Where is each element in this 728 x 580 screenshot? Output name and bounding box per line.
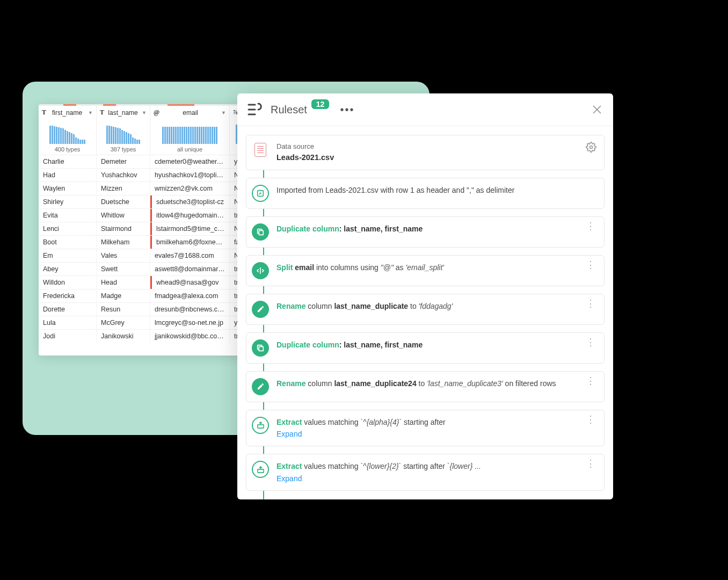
chevron-down-icon[interactable]: ▼: [142, 110, 147, 115]
cell-last-name: Milkeham: [97, 236, 150, 249]
chevron-down-icon[interactable]: ▼: [88, 110, 93, 115]
cell-first-name: Jodi: [39, 330, 97, 343]
cell-last-name: Whitlow: [97, 209, 150, 222]
cell-last-name: Mizzen: [97, 182, 150, 195]
rule-step-split[interactable]: Split email into columns using "@" as 'e…: [246, 255, 605, 286]
rule-step-extract[interactable]: Extract values matching `^{lower}{2}` st…: [246, 454, 605, 491]
column-warning-indicator: [168, 104, 194, 106]
cell-email: aswett8@domainmark.c: [150, 263, 230, 276]
cell-email: bmilkeham6@foxnews_c: [150, 236, 230, 249]
column-name: first_name: [48, 109, 86, 117]
svg-rect-10: [257, 425, 263, 428]
type-icon: T: [42, 108, 46, 117]
cell-email: lmcgreyc@so-net.ne.jp: [150, 316, 230, 329]
histogram-label: 400 types: [42, 146, 93, 153]
kebab-menu-icon[interactable]: ⋮: [585, 262, 596, 268]
histogram-last_name: 387 types: [97, 119, 150, 155]
cell-email: cdemeter0@weather.com: [150, 155, 230, 168]
kebab-menu-icon[interactable]: ⋮: [585, 461, 596, 467]
rule-step-copy[interactable]: Duplicate column: last_name, first_name⋮: [246, 216, 605, 248]
histogram-label: all unique: [154, 146, 226, 153]
svg-rect-11: [257, 469, 263, 473]
svg-rect-7: [259, 230, 263, 235]
timeline-line: [263, 161, 264, 499]
cell-email: fmadgea@alexa.com: [150, 289, 230, 302]
cell-first-name: Em: [39, 249, 97, 262]
cell-last-name: Duetsche: [97, 195, 150, 208]
edit-icon: [252, 378, 269, 395]
rule-description: Split email into columns using "@" as 'e…: [276, 262, 577, 273]
histogram-label: 387 types: [100, 146, 147, 153]
extract-icon: [252, 417, 269, 434]
cell-first-name: Charlie: [39, 155, 97, 168]
kebab-menu-icon[interactable]: ⋮: [585, 301, 596, 307]
rule-description: Rename column last_name_duplicate24 to '…: [276, 378, 577, 389]
column-header-email[interactable]: @email▼: [150, 104, 230, 119]
rule-description: Imported from Leads-2021.csv with row 1 …: [276, 185, 596, 195]
cell-first-name: Had: [39, 169, 97, 182]
rule-step-copy[interactable]: Duplicate column: last_name, first_name⋮: [246, 332, 605, 364]
cell-last-name: Swett: [97, 263, 150, 276]
column-name: last_name: [106, 109, 140, 117]
rule-description: Extract values matching `^{lower}{2}` st…: [276, 461, 577, 484]
ruleset-header: Ruleset 12 •••: [237, 93, 613, 126]
rule-step-extract[interactable]: Extract values matching `^{alpha}{4}` st…: [246, 410, 605, 447]
file-icon: [254, 143, 266, 157]
cell-first-name: Lula: [39, 316, 97, 329]
rule-step-import[interactable]: Imported from Leads-2021.csv with row 1 …: [246, 178, 605, 209]
data-source-card[interactable]: Data source Leads-2021.csv: [246, 135, 605, 170]
chevron-down-icon[interactable]: ▼: [221, 110, 226, 115]
copy-icon: [252, 223, 269, 241]
kebab-menu-icon[interactable]: ⋮: [585, 378, 596, 384]
column-warning-indicator: [63, 104, 76, 106]
rule-description: Duplicate column: last_name, first_name: [276, 339, 577, 350]
more-icon[interactable]: •••: [340, 104, 354, 116]
cell-email: dresunb@nbcnews.com: [150, 303, 230, 316]
rule-description: Duplicate column: last_name, first_name: [276, 223, 577, 234]
cell-email: sduetsche3@toplist-cz: [150, 195, 230, 208]
kebab-menu-icon[interactable]: ⋮: [585, 223, 596, 229]
cell-last-name: Vales: [97, 249, 150, 262]
cell-email: lstairmond5@time_com: [150, 222, 230, 235]
cell-email: evales7@1688.com: [150, 249, 230, 262]
svg-rect-9: [259, 346, 263, 351]
cell-last-name: McGrey: [97, 316, 150, 329]
cell-last-name: Madge: [97, 289, 150, 302]
histogram-first_name: 400 types: [39, 119, 97, 155]
column-header-last_name[interactable]: Tlast_name▼: [97, 104, 150, 119]
gear-icon[interactable]: [586, 142, 596, 155]
cell-first-name: Fredericka: [39, 289, 97, 302]
cell-first-name: Waylen: [39, 182, 97, 195]
kebab-menu-icon[interactable]: ⋮: [585, 417, 596, 423]
cell-last-name: Yushachkov: [97, 169, 150, 182]
cell-email: whead9@nasa@gov: [150, 276, 230, 289]
cell-last-name: Demeter: [97, 155, 150, 168]
cell-first-name: Boot: [39, 236, 97, 249]
cell-last-name: Head: [97, 276, 150, 289]
import-icon: [252, 185, 269, 202]
close-icon[interactable]: [591, 103, 603, 116]
copy-icon: [252, 339, 269, 357]
ruleset-count-badge: 12: [311, 99, 330, 109]
rule-step-edit[interactable]: Rename column last_name_duplicate to 'fd…: [246, 294, 605, 325]
cell-first-name: Dorette: [39, 303, 97, 316]
cell-last-name: Stairmond: [97, 222, 150, 235]
ruleset-logo-icon: [247, 101, 264, 118]
rule-step-edit[interactable]: Rename column last_name_duplicate24 to '…: [246, 371, 605, 402]
cell-first-name: Abey: [39, 263, 97, 276]
cell-email: hyushachkov1@toplist.cz: [150, 169, 230, 182]
data-source-label: Data source: [276, 142, 578, 152]
cell-first-name: Evita: [39, 209, 97, 222]
type-icon: T: [100, 108, 104, 117]
column-warning-indicator: [103, 104, 116, 106]
data-source-filename: Leads-2021.csv: [276, 152, 578, 163]
cell-email: itlow4@hugedomains_c: [150, 209, 230, 222]
cell-last-name: Janikowski: [97, 330, 150, 343]
cell-first-name: Willdon: [39, 276, 97, 289]
ruleset-title: Ruleset: [271, 104, 307, 116]
kebab-menu-icon[interactable]: ⋮: [585, 339, 596, 345]
ruleset-panel: Ruleset 12 ••• Data source Leads-2021.cs…: [237, 93, 613, 499]
cell-email: wmizzen2@vk.com: [150, 182, 230, 195]
column-header-first_name[interactable]: Tfirst_name▼: [39, 104, 97, 119]
type-icon: @: [154, 108, 159, 117]
